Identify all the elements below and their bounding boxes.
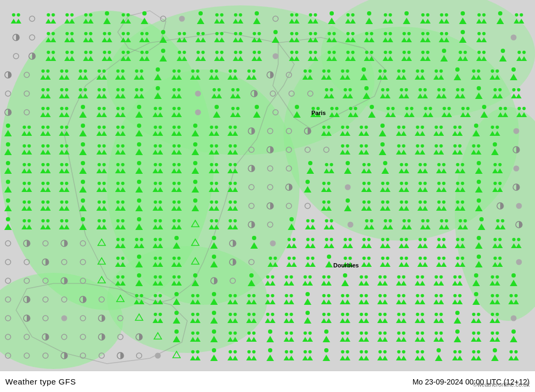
watermark: ©weatheronline.co.uk: [473, 381, 530, 388]
bottom-bar: Weather type GFS Mo 23-09-2024 00:00 UTC…: [0, 371, 535, 392]
svg-point-6: [107, 246, 268, 353]
map-container: Paris Dourbies: [0, 0, 535, 371]
map-title: Weather type GFS: [5, 377, 76, 386]
paris-label: Paris: [311, 110, 326, 116]
weather-map: Paris Dourbies: [0, 0, 535, 371]
dourbies-label: Dourbies: [333, 262, 359, 268]
